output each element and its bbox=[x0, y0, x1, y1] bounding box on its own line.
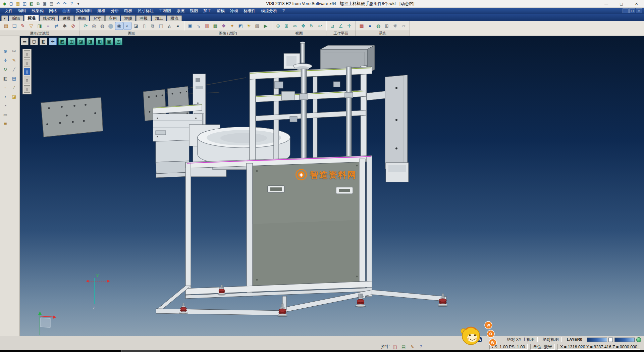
taskbar-item[interactable] bbox=[121, 350, 160, 352]
new-file-icon[interactable]: ▢ bbox=[8, 1, 14, 7]
scissors-icon[interactable]: ✂ bbox=[10, 47, 18, 55]
notepad-icon[interactable]: ▤ bbox=[10, 75, 18, 82]
app-logo-icon[interactable]: ◆ bbox=[1, 1, 8, 7]
workplane-origin-icon[interactable]: ✛ bbox=[345, 22, 353, 30]
slab-icon[interactable]: ▱ bbox=[400, 22, 407, 30]
render-plain-icon[interactable]: ▢ bbox=[30, 38, 38, 45]
background-icon[interactable]: ▨ bbox=[254, 22, 261, 30]
zoom-window-icon[interactable]: ⊞ bbox=[283, 22, 290, 30]
help-icon[interactable]: ? bbox=[68, 1, 75, 7]
back-view-icon[interactable]: ▣ bbox=[105, 38, 113, 45]
ribbon-tab[interactable]: 冲模 bbox=[136, 15, 151, 21]
shaded-edges-cylinder-icon[interactable]: ◉ bbox=[115, 22, 123, 30]
section-view-icon[interactable]: ◭ bbox=[166, 22, 173, 30]
menu-item[interactable]: 曲面 bbox=[60, 8, 73, 14]
toolbar-options-icon[interactable]: ▾ bbox=[75, 1, 82, 7]
maximize-button[interactable]: ▢ bbox=[614, 0, 629, 7]
menu-item[interactable]: 实体编辑 bbox=[73, 8, 95, 14]
color-filter-icon[interactable]: ◨ bbox=[36, 22, 43, 30]
pair-view-icon[interactable]: ◫ bbox=[157, 22, 165, 30]
knife-icon[interactable]: ╱ bbox=[10, 65, 18, 73]
rotate-view-icon[interactable]: ↻ bbox=[308, 22, 315, 30]
render-sphere-icon[interactable]: ◕ bbox=[174, 22, 181, 30]
ghost-cylinder-icon[interactable]: ◪ bbox=[132, 22, 140, 30]
solid-box-icon[interactable]: ▫ bbox=[2, 84, 9, 91]
menu-item[interactable]: 标准件 bbox=[241, 8, 258, 14]
ribbon-tab[interactable]: 尺寸 bbox=[90, 15, 105, 21]
iso-view-icon[interactable]: ◩ bbox=[58, 38, 66, 45]
menu-item[interactable]: 尺寸标注 bbox=[135, 8, 156, 14]
redraw-icon[interactable]: ⟳ bbox=[82, 22, 89, 30]
right-view-icon[interactable]: ◨ bbox=[87, 38, 94, 45]
cylinder-display-icon[interactable]: ▯ bbox=[141, 22, 148, 30]
ruler-icon[interactable]: ∕ bbox=[10, 84, 18, 91]
previous-view-icon[interactable]: ↩ bbox=[316, 22, 324, 30]
zoom-extents-icon[interactable]: ⊕ bbox=[274, 22, 282, 30]
clipboard-slot-icon[interactable]: ▯ bbox=[24, 77, 30, 84]
half-sphere-icon[interactable]: ◗ bbox=[2, 93, 9, 100]
arc-tool-icon[interactable]: ◔ bbox=[2, 102, 9, 109]
ribbon-tab[interactable]: 建模 bbox=[59, 15, 74, 21]
gear-filter-icon[interactable]: ✱ bbox=[61, 22, 68, 30]
clipboard-slot-icon[interactable]: ▯ bbox=[24, 85, 30, 93]
ribbon-tab[interactable]: 标准 bbox=[24, 15, 39, 21]
histogram-icon[interactable]: ▥ bbox=[203, 22, 211, 30]
animation-icon[interactable]: ▶ bbox=[262, 22, 269, 30]
undo-icon[interactable]: ↶ bbox=[55, 1, 61, 7]
world-icon[interactable]: ◍ bbox=[375, 22, 382, 30]
stereo-view-icon[interactable]: ∞ bbox=[291, 22, 299, 30]
front-view-icon[interactable]: ◪ bbox=[77, 38, 85, 45]
menu-item[interactable]: 分析 bbox=[108, 8, 121, 14]
rotate-tool-icon[interactable]: ↻ bbox=[2, 65, 9, 73]
edit-attributes-icon[interactable]: ✎ bbox=[19, 22, 26, 30]
mdi-window-button[interactable]: ▢ bbox=[629, 8, 635, 13]
redo-icon[interactable]: ↷ bbox=[62, 1, 68, 7]
bottom-view-icon[interactable]: ◰ bbox=[115, 38, 122, 45]
open-file-icon[interactable]: ▦ bbox=[15, 1, 21, 7]
menu-item[interactable]: 工程图 bbox=[156, 8, 174, 14]
ribbon-tab[interactable]: 加工 bbox=[152, 15, 166, 21]
ribbon-tab[interactable]: 编辑 bbox=[9, 15, 23, 21]
menu-item[interactable]: 塑模 bbox=[214, 8, 227, 14]
print-icon[interactable]: ▤ bbox=[48, 1, 55, 7]
capture-image-icon[interactable]: ▣ bbox=[186, 22, 194, 30]
menu-item[interactable]: 冲模 bbox=[227, 8, 241, 14]
mascot-sticker[interactable]: W O W bbox=[459, 320, 499, 351]
export-image-icon[interactable]: ↘ bbox=[195, 22, 202, 30]
lock-status-label[interactable]: 拴牢 bbox=[381, 344, 389, 350]
material-icon[interactable]: ◩ bbox=[237, 22, 244, 30]
mdi-window-button[interactable]: — bbox=[623, 8, 629, 13]
new-workplane-icon[interactable]: ⊿ bbox=[329, 22, 336, 30]
hidden-line-cylinder-icon[interactable]: ◍ bbox=[99, 22, 106, 30]
pan-view-icon[interactable]: ✥ bbox=[300, 22, 307, 30]
clear-filter-icon[interactable]: ⊘ bbox=[69, 22, 77, 30]
shaded-cylinder-icon[interactable]: ⬤ bbox=[107, 22, 114, 30]
close-button[interactable]: ✕ bbox=[629, 0, 644, 7]
wireframe-cylinder-icon[interactable]: ◎ bbox=[90, 22, 98, 30]
clipboard-slot-icon[interactable]: ▯ bbox=[24, 59, 30, 67]
clipboard-slot-icon[interactable]: ▯ bbox=[24, 68, 30, 75]
part-box-icon[interactable]: ◧ bbox=[28, 1, 35, 7]
menu-item[interactable]: 网格 bbox=[46, 8, 60, 14]
swap-filter-icon[interactable]: ⇄ bbox=[53, 22, 60, 30]
zoom-select-icon[interactable]: ⊕ bbox=[2, 47, 9, 55]
menu-item[interactable]: 建模 bbox=[95, 8, 108, 14]
menu-item[interactable]: 系统 bbox=[174, 8, 187, 14]
assembly-icon[interactable]: ⧉ bbox=[35, 1, 41, 7]
tab-dropdown-button[interactable]: ▼ bbox=[1, 15, 8, 21]
library-status-icon[interactable]: ▤ bbox=[400, 344, 407, 350]
edit-status-icon[interactable]: ✎ bbox=[409, 344, 416, 350]
units-status[interactable]: 单位: 毫米 bbox=[530, 344, 555, 350]
clipboard-slot-icon[interactable]: ▯ bbox=[24, 50, 30, 58]
top-view-icon[interactable]: ◫ bbox=[68, 38, 75, 45]
menu-item[interactable]: ? bbox=[280, 8, 287, 14]
render-globe-icon[interactable]: ● bbox=[366, 22, 374, 30]
ribbon-tab[interactable]: 线架构 bbox=[40, 15, 58, 21]
color-table-icon[interactable]: ▦ bbox=[358, 22, 365, 30]
shade-box-icon[interactable]: ◧ bbox=[2, 75, 9, 82]
view-capture-icon[interactable]: ▣ bbox=[42, 1, 48, 7]
multi-view-icon[interactable]: ⧉ bbox=[149, 22, 156, 30]
center-target-icon[interactable]: ✛ bbox=[49, 38, 57, 45]
menu-item[interactable]: 编辑 bbox=[15, 8, 29, 14]
advanced-render-icon[interactable]: ❖ bbox=[220, 22, 227, 30]
